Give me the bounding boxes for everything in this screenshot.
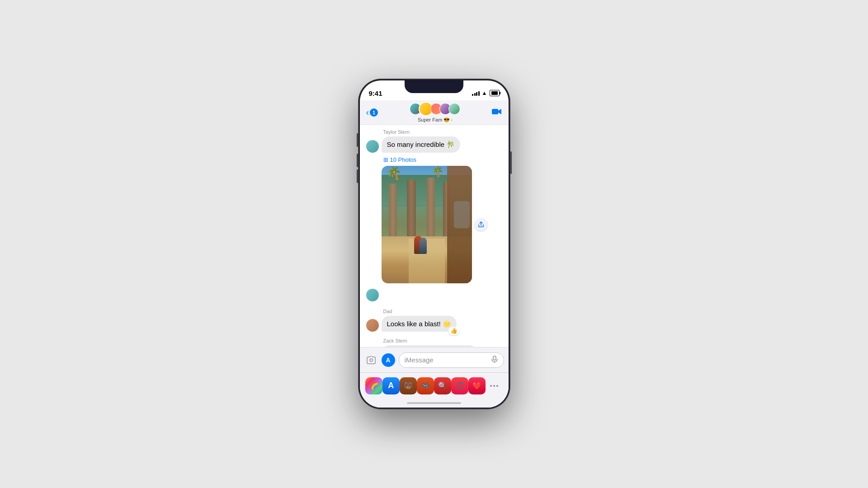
svg-point-6	[496, 385, 498, 387]
dock-more-button[interactable]	[486, 377, 503, 394]
bubble-zack: So good, thanks for sharing!	[382, 345, 477, 347]
sender-dad: Dad	[383, 309, 502, 314]
photos-label: ⊞ 10 Photos	[383, 156, 502, 163]
conversation-header[interactable]: Super Fam 😎 ›	[410, 102, 460, 123]
message-group-taylor: Taylor Stern So many incredible 🎋	[366, 129, 502, 153]
chevron-left-icon: ‹	[366, 107, 369, 117]
battery-icon	[490, 90, 500, 96]
dock-bear[interactable]: 🐻	[400, 377, 417, 394]
app-dock: 🌈 A 🐻 🎮 🔍 🎵 ❤️	[360, 372, 509, 399]
dock-appstore[interactable]: A	[382, 377, 400, 394]
sender-zack: Zack Stern	[383, 338, 502, 343]
apps-button[interactable]: A	[382, 353, 395, 367]
message-row-taylor: So many incredible 🎋	[366, 136, 502, 153]
message-group-zack: Zack Stern So good, thanks for sharing!	[366, 338, 502, 347]
wifi-icon: ▲	[482, 90, 487, 96]
avatar-taylor-photo	[366, 289, 379, 301]
svg-rect-0	[492, 109, 498, 114]
messages-list: Taylor Stern So many incredible 🎋 ⊞ 10 P…	[360, 125, 509, 347]
back-button[interactable]: ‹ 1	[366, 107, 378, 117]
svg-point-5	[493, 385, 495, 387]
svg-point-1	[370, 359, 373, 361]
dock-music[interactable]: 🎵	[451, 377, 468, 394]
phone-device: 9:41 ▲ ‹ 1	[359, 79, 510, 409]
message-group-dad: Dad Looks like a blast! 🌟 👍	[366, 309, 502, 332]
photo-section[interactable]: ⊞ 10 Photos	[382, 156, 502, 285]
svg-rect-2	[493, 356, 496, 360]
dock-game[interactable]: 🎮	[417, 377, 434, 394]
home-bar	[407, 402, 461, 404]
bubble-taylor: So many incredible 🎋	[382, 136, 461, 153]
nav-header: ‹ 1 Super Fam 😎 ›	[360, 100, 509, 125]
reaction-thumbs-up: 👍	[448, 327, 459, 335]
phone-screen: 9:41 ▲ ‹ 1	[360, 80, 509, 408]
message-row-dad: Looks like a blast! 🌟 👍	[366, 316, 502, 332]
input-bar: A iMessage	[360, 347, 509, 372]
message-text-taylor: So many incredible 🎋	[387, 141, 455, 148]
share-button[interactable]	[475, 218, 487, 231]
sender-taylor: Taylor Stern	[383, 129, 502, 135]
input-placeholder: iMessage	[405, 356, 434, 364]
dock-photos[interactable]: 🌈	[365, 377, 382, 394]
signal-icon	[472, 90, 480, 96]
photos-count: 10 Photos	[390, 156, 417, 163]
video-call-button[interactable]	[492, 107, 502, 117]
message-input[interactable]: iMessage	[399, 352, 504, 368]
avatar-group	[410, 102, 460, 116]
home-indicator	[360, 399, 509, 408]
svg-point-4	[490, 385, 492, 387]
audio-icon	[491, 356, 498, 364]
group-name: Super Fam 😎 ›	[418, 117, 453, 123]
dock-health[interactable]: ❤️	[468, 377, 486, 394]
avatar-dad	[366, 319, 379, 332]
avatar-5	[448, 103, 460, 115]
bubble-dad: Looks like a blast! 🌟 👍	[382, 316, 457, 332]
avatar-taylor	[366, 140, 379, 153]
dock-search[interactable]: 🔍	[434, 377, 451, 394]
status-time: 9:41	[369, 89, 382, 97]
status-icons: ▲	[472, 90, 499, 96]
notch	[405, 80, 463, 93]
chevron-right-icon: ›	[451, 117, 452, 122]
camera-button[interactable]	[364, 353, 378, 367]
grid-icon: ⊞	[383, 156, 388, 163]
photo-collage[interactable]: 🌴 🌴	[382, 166, 472, 283]
back-badge: 1	[370, 108, 378, 117]
message-text-dad: Looks like a blast! 🌟	[387, 320, 451, 328]
